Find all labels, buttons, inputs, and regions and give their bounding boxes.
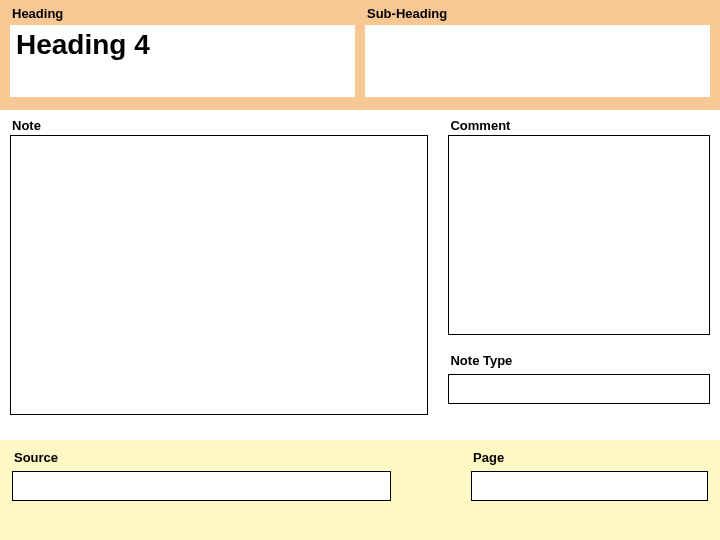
heading-label: Heading	[10, 6, 355, 21]
note-field[interactable]	[10, 135, 428, 415]
note-column: Note	[10, 118, 428, 432]
heading-field[interactable]: Heading 4	[10, 25, 355, 97]
subheading-field[interactable]	[365, 25, 710, 97]
comment-label: Comment	[448, 118, 710, 133]
footer-band: Source Page	[0, 440, 720, 540]
page-label: Page	[471, 450, 708, 465]
page-column: Page	[471, 450, 708, 530]
heading-value: Heading 4	[16, 29, 349, 61]
header-band: Heading Heading 4 Sub-Heading	[0, 0, 720, 110]
comment-column: Comment Note Type	[448, 118, 710, 432]
note-label: Note	[10, 118, 428, 133]
subheading-column: Sub-Heading	[365, 6, 710, 100]
heading-column: Heading Heading 4	[10, 6, 355, 100]
middle-section: Note Comment Note Type	[0, 110, 720, 440]
comment-field[interactable]	[448, 135, 710, 335]
source-column: Source	[12, 450, 391, 530]
page-field[interactable]	[471, 471, 708, 501]
notetype-label: Note Type	[448, 353, 710, 368]
source-field[interactable]	[12, 471, 391, 501]
notetype-field[interactable]	[448, 374, 710, 404]
source-label: Source	[12, 450, 391, 465]
subheading-label: Sub-Heading	[365, 6, 710, 21]
